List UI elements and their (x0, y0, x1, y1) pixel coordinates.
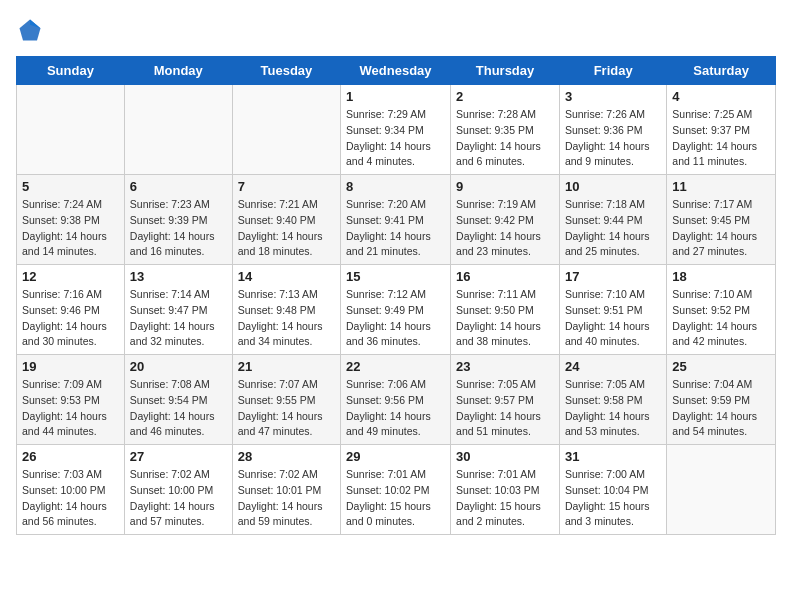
day-number: 25 (672, 359, 770, 374)
week-row-4: 19Sunrise: 7:09 AM Sunset: 9:53 PM Dayli… (17, 355, 776, 445)
calendar-cell: 11Sunrise: 7:17 AM Sunset: 9:45 PM Dayli… (667, 175, 776, 265)
calendar-cell (17, 85, 125, 175)
calendar-cell: 8Sunrise: 7:20 AM Sunset: 9:41 PM Daylig… (341, 175, 451, 265)
calendar-cell: 15Sunrise: 7:12 AM Sunset: 9:49 PM Dayli… (341, 265, 451, 355)
weekday-friday: Friday (559, 57, 666, 85)
day-info: Sunrise: 7:11 AM Sunset: 9:50 PM Dayligh… (456, 287, 554, 350)
day-info: Sunrise: 7:09 AM Sunset: 9:53 PM Dayligh… (22, 377, 119, 440)
day-number: 27 (130, 449, 227, 464)
calendar-cell: 16Sunrise: 7:11 AM Sunset: 9:50 PM Dayli… (451, 265, 560, 355)
day-info: Sunrise: 7:21 AM Sunset: 9:40 PM Dayligh… (238, 197, 335, 260)
calendar-cell: 20Sunrise: 7:08 AM Sunset: 9:54 PM Dayli… (124, 355, 232, 445)
week-row-1: 1Sunrise: 7:29 AM Sunset: 9:34 PM Daylig… (17, 85, 776, 175)
day-number: 5 (22, 179, 119, 194)
day-info: Sunrise: 7:10 AM Sunset: 9:51 PM Dayligh… (565, 287, 661, 350)
week-row-3: 12Sunrise: 7:16 AM Sunset: 9:46 PM Dayli… (17, 265, 776, 355)
day-number: 29 (346, 449, 445, 464)
weekday-saturday: Saturday (667, 57, 776, 85)
day-info: Sunrise: 7:02 AM Sunset: 10:00 PM Daylig… (130, 467, 227, 530)
day-info: Sunrise: 7:17 AM Sunset: 9:45 PM Dayligh… (672, 197, 770, 260)
day-number: 12 (22, 269, 119, 284)
day-number: 19 (22, 359, 119, 374)
day-number: 9 (456, 179, 554, 194)
calendar-body: 1Sunrise: 7:29 AM Sunset: 9:34 PM Daylig… (17, 85, 776, 535)
logo-icon (16, 16, 44, 44)
day-number: 26 (22, 449, 119, 464)
calendar-table: SundayMondayTuesdayWednesdayThursdayFrid… (16, 56, 776, 535)
day-info: Sunrise: 7:24 AM Sunset: 9:38 PM Dayligh… (22, 197, 119, 260)
page-header (16, 16, 776, 44)
day-number: 6 (130, 179, 227, 194)
logo (16, 16, 50, 44)
day-number: 20 (130, 359, 227, 374)
calendar-cell: 23Sunrise: 7:05 AM Sunset: 9:57 PM Dayli… (451, 355, 560, 445)
day-info: Sunrise: 7:18 AM Sunset: 9:44 PM Dayligh… (565, 197, 661, 260)
day-number: 22 (346, 359, 445, 374)
day-number: 31 (565, 449, 661, 464)
day-info: Sunrise: 7:19 AM Sunset: 9:42 PM Dayligh… (456, 197, 554, 260)
calendar-cell: 19Sunrise: 7:09 AM Sunset: 9:53 PM Dayli… (17, 355, 125, 445)
day-number: 14 (238, 269, 335, 284)
day-number: 1 (346, 89, 445, 104)
weekday-tuesday: Tuesday (232, 57, 340, 85)
day-number: 11 (672, 179, 770, 194)
weekday-wednesday: Wednesday (341, 57, 451, 85)
day-info: Sunrise: 7:10 AM Sunset: 9:52 PM Dayligh… (672, 287, 770, 350)
calendar-cell: 4Sunrise: 7:25 AM Sunset: 9:37 PM Daylig… (667, 85, 776, 175)
day-number: 13 (130, 269, 227, 284)
calendar-cell: 31Sunrise: 7:00 AM Sunset: 10:04 PM Dayl… (559, 445, 666, 535)
day-info: Sunrise: 7:06 AM Sunset: 9:56 PM Dayligh… (346, 377, 445, 440)
day-info: Sunrise: 7:07 AM Sunset: 9:55 PM Dayligh… (238, 377, 335, 440)
calendar-cell: 14Sunrise: 7:13 AM Sunset: 9:48 PM Dayli… (232, 265, 340, 355)
calendar-cell: 12Sunrise: 7:16 AM Sunset: 9:46 PM Dayli… (17, 265, 125, 355)
day-info: Sunrise: 7:20 AM Sunset: 9:41 PM Dayligh… (346, 197, 445, 260)
day-info: Sunrise: 7:05 AM Sunset: 9:58 PM Dayligh… (565, 377, 661, 440)
calendar-cell: 2Sunrise: 7:28 AM Sunset: 9:35 PM Daylig… (451, 85, 560, 175)
calendar-cell: 13Sunrise: 7:14 AM Sunset: 9:47 PM Dayli… (124, 265, 232, 355)
day-number: 18 (672, 269, 770, 284)
calendar-cell: 9Sunrise: 7:19 AM Sunset: 9:42 PM Daylig… (451, 175, 560, 265)
calendar-cell: 10Sunrise: 7:18 AM Sunset: 9:44 PM Dayli… (559, 175, 666, 265)
calendar-cell: 17Sunrise: 7:10 AM Sunset: 9:51 PM Dayli… (559, 265, 666, 355)
calendar-cell: 25Sunrise: 7:04 AM Sunset: 9:59 PM Dayli… (667, 355, 776, 445)
day-number: 30 (456, 449, 554, 464)
week-row-5: 26Sunrise: 7:03 AM Sunset: 10:00 PM Dayl… (17, 445, 776, 535)
day-info: Sunrise: 7:26 AM Sunset: 9:36 PM Dayligh… (565, 107, 661, 170)
calendar-cell (232, 85, 340, 175)
day-info: Sunrise: 7:08 AM Sunset: 9:54 PM Dayligh… (130, 377, 227, 440)
day-info: Sunrise: 7:28 AM Sunset: 9:35 PM Dayligh… (456, 107, 554, 170)
day-number: 21 (238, 359, 335, 374)
weekday-row: SundayMondayTuesdayWednesdayThursdayFrid… (17, 57, 776, 85)
weekday-sunday: Sunday (17, 57, 125, 85)
weekday-thursday: Thursday (451, 57, 560, 85)
day-info: Sunrise: 7:01 AM Sunset: 10:02 PM Daylig… (346, 467, 445, 530)
calendar-cell: 5Sunrise: 7:24 AM Sunset: 9:38 PM Daylig… (17, 175, 125, 265)
day-info: Sunrise: 7:01 AM Sunset: 10:03 PM Daylig… (456, 467, 554, 530)
day-info: Sunrise: 7:05 AM Sunset: 9:57 PM Dayligh… (456, 377, 554, 440)
day-number: 2 (456, 89, 554, 104)
day-number: 4 (672, 89, 770, 104)
calendar-cell: 27Sunrise: 7:02 AM Sunset: 10:00 PM Dayl… (124, 445, 232, 535)
day-number: 3 (565, 89, 661, 104)
calendar-cell: 28Sunrise: 7:02 AM Sunset: 10:01 PM Dayl… (232, 445, 340, 535)
week-row-2: 5Sunrise: 7:24 AM Sunset: 9:38 PM Daylig… (17, 175, 776, 265)
day-info: Sunrise: 7:14 AM Sunset: 9:47 PM Dayligh… (130, 287, 227, 350)
calendar-cell: 24Sunrise: 7:05 AM Sunset: 9:58 PM Dayli… (559, 355, 666, 445)
calendar-cell: 18Sunrise: 7:10 AM Sunset: 9:52 PM Dayli… (667, 265, 776, 355)
day-number: 23 (456, 359, 554, 374)
calendar-cell: 29Sunrise: 7:01 AM Sunset: 10:02 PM Dayl… (341, 445, 451, 535)
day-info: Sunrise: 7:00 AM Sunset: 10:04 PM Daylig… (565, 467, 661, 530)
day-number: 16 (456, 269, 554, 284)
day-info: Sunrise: 7:29 AM Sunset: 9:34 PM Dayligh… (346, 107, 445, 170)
day-info: Sunrise: 7:25 AM Sunset: 9:37 PM Dayligh… (672, 107, 770, 170)
day-number: 7 (238, 179, 335, 194)
calendar-cell: 1Sunrise: 7:29 AM Sunset: 9:34 PM Daylig… (341, 85, 451, 175)
calendar-cell: 6Sunrise: 7:23 AM Sunset: 9:39 PM Daylig… (124, 175, 232, 265)
day-info: Sunrise: 7:12 AM Sunset: 9:49 PM Dayligh… (346, 287, 445, 350)
calendar-cell: 3Sunrise: 7:26 AM Sunset: 9:36 PM Daylig… (559, 85, 666, 175)
day-number: 17 (565, 269, 661, 284)
day-number: 15 (346, 269, 445, 284)
day-info: Sunrise: 7:13 AM Sunset: 9:48 PM Dayligh… (238, 287, 335, 350)
day-number: 28 (238, 449, 335, 464)
day-number: 8 (346, 179, 445, 194)
